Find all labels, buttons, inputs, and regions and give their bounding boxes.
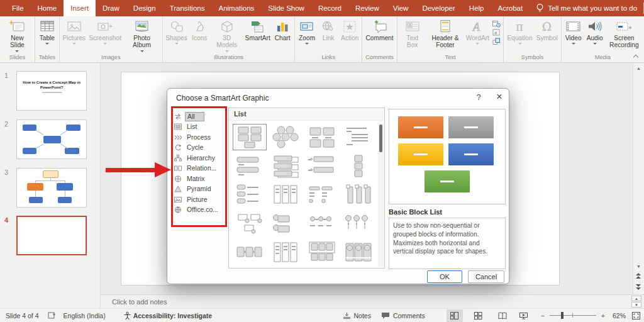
normal-view-button[interactable] [447,309,463,322]
smartart-layout-thumbnail[interactable] [341,124,375,150]
cancel-button[interactable]: Cancel [468,270,504,283]
fit-to-window-icon[interactable] [632,312,640,319]
symbol-button[interactable]: Ω Symbol [535,18,560,42]
language-indicator[interactable]: English (India) [64,312,106,319]
smartart-layout-thumbnail[interactable] [341,153,375,179]
smartart-layout-thumbnail[interactable] [305,240,339,266]
tab-design[interactable]: Design [126,0,163,16]
gallery-scrollbar-thumb[interactable] [379,125,382,152]
new-slide-button[interactable]: New Slide [1,18,33,52]
slide-show-button[interactable] [516,309,532,322]
smartart-layout-thumbnail[interactable] [269,153,303,179]
tab-help[interactable]: Help [462,0,491,16]
zoom-slider[interactable] [550,315,596,316]
zoom-slider-thumb[interactable] [561,312,564,319]
smartart-layout-thumbnail[interactable] [269,124,303,150]
help-icon[interactable]: ? [473,92,484,102]
gallery-scrollbar[interactable] [378,123,384,267]
ok-button[interactable]: OK [427,270,462,283]
tab-record[interactable]: Record [311,0,348,16]
action-button[interactable]: Action [339,18,360,42]
scroll-up-icon[interactable]: ▲ [635,65,643,72]
category-list-type[interactable]: List [174,122,223,133]
table-button[interactable]: Table [36,18,58,45]
display-settings-icon[interactable] [48,311,56,319]
photo-album-button[interactable]: Photo Album [123,18,161,52]
notes-toggle[interactable]: Notes [343,312,371,319]
3d-models-button[interactable]: 3D Models [210,18,243,52]
tab-draw[interactable]: Draw [96,0,126,16]
smartart-layout-thumbnail[interactable] [305,182,339,208]
video-button[interactable]: Video [563,18,584,45]
text-box-button[interactable]: A Text Box [399,18,426,49]
slide-thumbnail-2[interactable] [16,119,87,159]
slide-thumbnail-4-selected[interactable] [16,216,87,255]
smartart-layout-thumbnail[interactable] [233,124,267,150]
slide-number-icon[interactable]: # [492,29,501,36]
comments-toggle[interactable]: Comments [381,312,425,319]
smartart-layout-thumbnail[interactable] [233,182,267,208]
accessibility-status[interactable]: Accessibility: Investigate [133,312,212,319]
tab-insert[interactable]: Insert [64,0,96,16]
scroll-down-icon[interactable]: ▼ [635,263,643,270]
zoom-percent[interactable]: 62% [613,312,626,319]
reading-view-button[interactable] [494,309,511,322]
link-button[interactable]: Link [318,18,339,42]
zoom-button[interactable]: Zoom [296,18,318,45]
object-icon[interactable] [492,38,501,45]
notes-placeholder[interactable]: Click to add notes [112,298,167,306]
category-pyramid[interactable]: Pyramid [174,184,223,195]
slide-sorter-view-button[interactable] [470,309,487,322]
tab-acrobat[interactable]: Acrobat [491,0,530,16]
category-picture[interactable]: Picture [174,194,223,205]
previous-slide-button[interactable] [636,273,641,279]
tab-developer[interactable]: Developer [415,0,462,16]
smartart-layout-thumbnail[interactable] [341,182,375,208]
zoom-in-button[interactable]: + [601,312,605,319]
audio-button[interactable]: Audio [584,18,606,45]
smartart-layout-thumbnail[interactable] [233,153,267,179]
header-footer-button[interactable]: Header & Footer [426,18,465,49]
wordart-button[interactable]: A WordArt [464,18,491,45]
smartart-layout-thumbnail[interactable] [305,124,339,150]
icons-button[interactable]: Icons [189,18,210,42]
smartart-layout-thumbnail[interactable] [269,240,303,266]
notes-scroll-down-button[interactable]: ▼ [631,302,641,308]
equation-button[interactable]: π Equation [505,18,534,45]
next-slide-button[interactable] [636,284,641,290]
slide-thumbnail-1[interactable]: How to Create a Concept Map in PowerPoin… [16,71,87,111]
smartart-layout-thumbnail[interactable] [305,153,339,179]
smartart-layout-thumbnail[interactable] [269,182,303,208]
screenshot-button[interactable]: Screenshot [87,18,123,45]
screen-recording-button[interactable]: Screen Recording [606,18,643,49]
pictures-button[interactable]: Pictures [61,18,87,45]
tab-file[interactable]: File [5,0,31,16]
tell-me-search[interactable]: Tell me what you want to do [530,0,643,16]
comment-button[interactable]: Comment [364,18,395,42]
smartart-layout-thumbnail[interactable] [305,211,339,237]
smartart-button[interactable]: SmartArt [243,18,272,42]
collapse-ribbon-chevron-icon[interactable] [633,53,639,60]
tab-review[interactable]: Review [348,0,386,16]
chart-button[interactable]: Chart [272,18,293,42]
tab-home[interactable]: Home [31,0,64,16]
date-time-icon[interactable] [492,20,501,28]
category-matrix[interactable]: Matrix [174,174,223,184]
notes-pane[interactable]: Click to add notes ▲ ▼ [101,294,644,308]
category-relationship[interactable]: Relation... [174,164,223,174]
zoom-out-button[interactable]: − [541,312,545,319]
tab-animations[interactable]: Animations [211,0,261,16]
tab-slide-show[interactable]: Slide Show [261,0,311,16]
vertical-scrollbar[interactable]: ▲ ▼ [633,63,644,294]
category-all[interactable]: All [174,111,223,122]
category-cycle[interactable]: Cycle [174,143,223,153]
tab-view[interactable]: View [386,0,416,16]
category-office[interactable]: Office.co... [174,205,223,216]
smartart-layout-thumbnail[interactable] [341,240,375,266]
slide-indicator[interactable]: Slide 4 of 4 [6,312,39,319]
smartart-layout-thumbnail[interactable] [233,211,267,237]
smartart-layout-thumbnail[interactable] [341,211,375,237]
smartart-layout-thumbnail[interactable] [233,240,267,266]
slide-thumbnail-3[interactable] [16,168,87,208]
shapes-button[interactable]: Shapes [164,18,189,45]
